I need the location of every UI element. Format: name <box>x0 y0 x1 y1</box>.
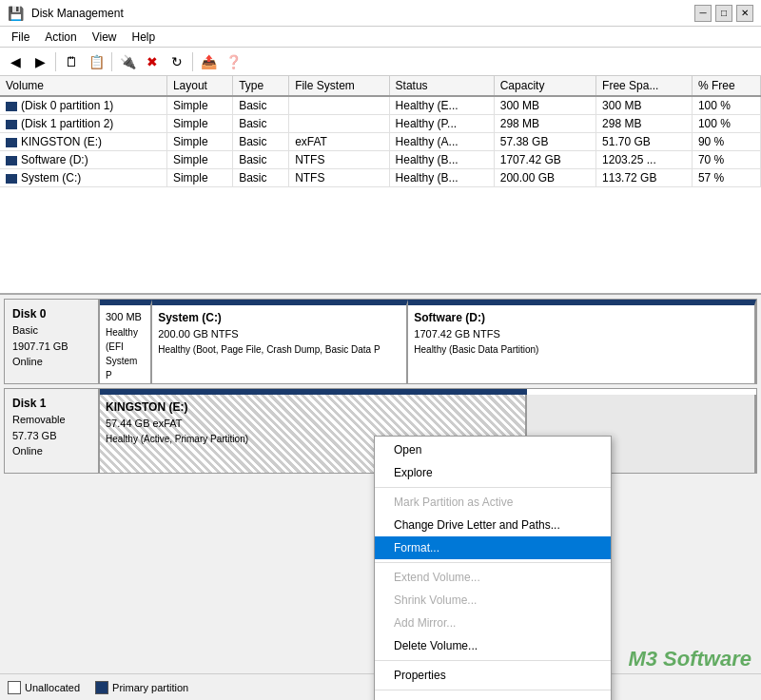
restore-button[interactable]: □ <box>715 5 732 22</box>
cell-pct: 57 % <box>692 169 760 187</box>
legend-unallocated-label: Unallocated <box>25 682 80 693</box>
minimize-button[interactable]: ─ <box>694 5 712 22</box>
forward-button[interactable]: ▶ <box>29 50 51 73</box>
disk0-row: Disk 0 Basic 1907.71 GB Online 300 MB He… <box>4 299 757 384</box>
context-menu-item[interactable]: Open <box>375 438 611 461</box>
context-menu-item[interactable]: Delete Volume... <box>375 634 611 657</box>
cell-free: 51.70 GB <box>596 133 693 151</box>
col-type: Type <box>233 76 289 96</box>
properties-button[interactable]: 🗒 <box>60 50 83 73</box>
context-menu-item[interactable]: Format... <box>375 536 611 559</box>
col-free: Free Spa... <box>596 76 693 96</box>
disk0-part3[interactable]: Software (D:) 1707.42 GB NTFS Healthy (B… <box>408 300 756 383</box>
menu-action[interactable]: Action <box>37 29 84 46</box>
context-menu-item[interactable]: Properties <box>375 664 611 687</box>
cell-layout: Simple <box>166 151 232 169</box>
disk0-name: Disk 0 <box>12 307 46 321</box>
disk0-part3-name: Software (D:) <box>414 309 749 326</box>
cell-volume: KINGSTON (E:) <box>0 133 166 151</box>
disk0-part2-size: 200.00 GB NTFS <box>158 326 400 342</box>
context-menu-separator <box>375 562 611 563</box>
cell-pct: 70 % <box>692 151 760 169</box>
close-button[interactable]: ✕ <box>736 5 753 22</box>
legend-primary: Primary partition <box>95 681 188 694</box>
menu-view[interactable]: View <box>85 29 125 46</box>
cell-free: 1203.25 ... <box>596 151 693 169</box>
title-bar: 💾 Disk Management ─ □ ✕ <box>0 0 761 27</box>
disk0-part2[interactable]: System (C:) 200.00 GB NTFS Healthy (Boot… <box>152 300 408 383</box>
disk0-type: Basic <box>12 324 38 336</box>
context-menu: OpenExploreMark Partition as ActiveChang… <box>374 436 612 700</box>
disk0-part1-health: Healthy (EFI System P <box>106 325 145 382</box>
cell-volume: (Disk 0 partition 1) <box>0 96 166 115</box>
col-status: Status <box>389 76 494 96</box>
back-button[interactable]: ◀ <box>4 50 27 73</box>
context-menu-item: Shrink Volume... <box>375 589 611 612</box>
cell-capacity: 1707.42 GB <box>494 151 595 169</box>
cell-capacity: 300 MB <box>494 96 595 115</box>
cell-type: Basic <box>233 169 289 187</box>
cell-fs <box>289 115 389 133</box>
col-fs: File System <box>289 76 389 96</box>
disk1-type: Removable <box>12 414 66 425</box>
table-row[interactable]: (Disk 0 partition 1) Simple Basic Health… <box>0 96 761 115</box>
menu-bar: File Action View Help <box>0 27 761 48</box>
disk0-partitions: 300 MB Healthy (EFI System P System (C:)… <box>100 300 756 383</box>
context-menu-item[interactable]: Help <box>375 693 611 700</box>
disk1-kingston-name: KINGSTON (E:) <box>106 399 519 416</box>
table-row[interactable]: (Disk 1 partition 2) Simple Basic Health… <box>0 115 761 133</box>
window-controls: ─ □ ✕ <box>694 5 753 22</box>
help-button[interactable]: ❓ <box>222 50 244 73</box>
disk0-part2-name: System (C:) <box>158 309 400 326</box>
cell-volume: System (C:) <box>0 169 166 187</box>
watermark: M3 Software <box>628 647 751 671</box>
context-menu-item: Mark Partition as Active <box>375 491 611 514</box>
disk0-label: Disk 0 Basic 1907.71 GB Online <box>5 300 100 383</box>
connect-button[interactable]: 🔌 <box>116 50 139 73</box>
context-menu-item[interactable]: Change Drive Letter and Paths... <box>375 514 611 536</box>
legend-primary-box <box>95 681 108 694</box>
cell-fs: NTFS <box>289 151 389 169</box>
cell-status: Healthy (A... <box>389 133 494 151</box>
volume-table-container: Volume Layout Type File System Status Ca… <box>0 76 761 295</box>
cell-volume: (Disk 1 partition 2) <box>0 115 166 133</box>
disk1-size: 57.73 GB <box>12 430 56 441</box>
table-row[interactable]: KINGSTON (E:) Simple Basic exFAT Healthy… <box>0 133 761 151</box>
legend-primary-label: Primary partition <box>112 682 188 693</box>
context-menu-separator <box>375 660 611 661</box>
toolbar-sep-2 <box>111 52 112 71</box>
toolbar: ◀ ▶ 🗒 📋 🔌 ✖ ↻ 📤 ❓ <box>0 48 761 76</box>
col-volume: Volume <box>0 76 166 96</box>
disk0-part1-size: 300 MB <box>106 309 145 325</box>
cell-fs: NTFS <box>289 169 389 187</box>
disk0-part1[interactable]: 300 MB Healthy (EFI System P <box>100 300 152 383</box>
table-header-row: Volume Layout Type File System Status Ca… <box>0 76 761 96</box>
properties2-button[interactable]: 📋 <box>85 50 107 73</box>
table-row[interactable]: Software (D:) Simple Basic NTFS Healthy … <box>0 151 761 169</box>
disk0-status: Online <box>12 356 43 367</box>
cell-free: 298 MB <box>596 115 693 133</box>
cell-pct: 100 % <box>692 115 760 133</box>
app-icon: 💾 <box>8 6 24 21</box>
export-button[interactable]: 📤 <box>197 50 220 73</box>
cell-status: Healthy (B... <box>389 151 494 169</box>
context-menu-item[interactable]: Explore <box>375 461 611 484</box>
delete-button[interactable]: ✖ <box>141 50 164 73</box>
cell-fs: exFAT <box>289 133 389 151</box>
legend-unallocated: Unallocated <box>8 681 80 694</box>
disk0-part2-health: Healthy (Boot, Page File, Crash Dump, Ba… <box>158 342 400 357</box>
cell-capacity: 298 MB <box>494 115 595 133</box>
cell-type: Basic <box>233 133 289 151</box>
menu-file[interactable]: File <box>4 29 37 46</box>
col-layout: Layout <box>166 76 232 96</box>
refresh-button[interactable]: ↻ <box>166 50 188 73</box>
cell-pct: 90 % <box>692 133 760 151</box>
context-menu-item: Extend Volume... <box>375 566 611 589</box>
table-row[interactable]: System (C:) Simple Basic NTFS Healthy (B… <box>0 169 761 187</box>
context-menu-item: Add Mirror... <box>375 612 611 634</box>
cell-status: Healthy (P... <box>389 115 494 133</box>
cell-layout: Simple <box>166 133 232 151</box>
watermark-text: M3 Software <box>628 647 751 671</box>
cell-free: 300 MB <box>596 96 693 115</box>
menu-help[interactable]: Help <box>125 29 164 46</box>
